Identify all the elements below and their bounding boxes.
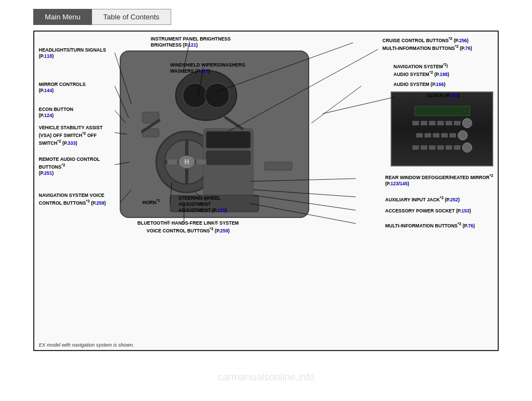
audio-button-row-2 — [416, 130, 468, 140]
svg-rect-13 — [206, 131, 250, 148]
label-cruise-control: CRUISE CONTROL BUTTONS*2 (P.256) MULTI-I… — [382, 36, 493, 52]
audio-btn-5 — [446, 121, 452, 125]
svg-rect-14 — [206, 151, 250, 165]
label-horn: HORN*1 — [142, 198, 176, 206]
top-navigation: Main Menu Table of Contents — [0, 4, 532, 29]
svg-point-10 — [183, 83, 207, 108]
audio-btn-4 — [437, 121, 444, 125]
label-windshield-wipers: WINDSHIELD WIPERS/WASHERS WASHERS (P.117… — [170, 62, 248, 74]
label-clock: CLOCK (P.254) — [427, 93, 493, 99]
audio-button-row-3 — [412, 143, 472, 153]
audio-btn-12 — [412, 145, 419, 150]
watermark-text: carmanualsonline.info — [217, 372, 314, 383]
audio-btn-16 — [446, 145, 452, 150]
audio-system-inset — [391, 92, 493, 166]
svg-line-34 — [323, 97, 395, 114]
svg-rect-21 — [264, 162, 292, 170]
audio-btn-10 — [441, 133, 448, 138]
svg-point-11 — [205, 83, 229, 108]
label-audio-system: AUDIO SYSTEM (P.166) — [393, 82, 493, 88]
audio-btn-8 — [424, 133, 431, 138]
label-auxiliary-input: AUXILIARY INPUT JACK*2 (P.252) — [385, 195, 493, 203]
label-mirror: MIRROR CONTROLS (P.144) — [39, 82, 116, 94]
audio-knob-3 — [462, 143, 472, 153]
watermark-area: carmanualsonline.info — [0, 354, 532, 401]
audio-btn-13 — [421, 145, 427, 150]
audio-btn-15 — [437, 145, 444, 150]
label-remote-audio: REMOTE AUDIO CONTROL BUTTONS*2 (P.251) — [39, 156, 116, 176]
audio-btn-6 — [454, 121, 461, 125]
label-bluetooth: BLUETOOTH® HANDS-FREE LINK® SYSTEM VOICE… — [137, 220, 239, 234]
svg-rect-16 — [196, 159, 206, 165]
audio-btn-1 — [412, 121, 419, 125]
svg-rect-15 — [167, 159, 177, 165]
audio-btn-17 — [454, 145, 461, 150]
label-vsa: VEHICLE STABILITY ASSIST (VSA) OFF SWITC… — [39, 125, 116, 146]
table-of-contents-button[interactable]: Table of Contents — [92, 9, 171, 25]
diagram-container: H — [33, 31, 499, 351]
diagram-note: EX model with navigation system is shown… — [39, 342, 134, 348]
audio-display-screen — [415, 106, 470, 116]
audio-button-row-1 — [412, 118, 472, 128]
label-rear-defogger: REAR WINDOW DEFOGGER/HEATED MIRROR*2 (P.… — [385, 173, 493, 187]
label-nav-voice: NAVIGATION SYSTEM VOICE CONTROL BUTTONS*… — [39, 192, 122, 206]
audio-btn-2 — [421, 121, 427, 125]
audio-knob-1 — [462, 118, 472, 128]
label-navigation-audio: NAVIGATION SYSTEM*2/ AUDIO SYSTEM*2 (P.1… — [393, 62, 493, 78]
audio-btn-9 — [433, 133, 439, 138]
label-econ: ECON BUTTON (P.124) — [39, 106, 116, 119]
label-multi-information-buttons: MULTI-INFORMATION BUTTONS*2 (P.76) — [385, 221, 493, 229]
svg-line-33 — [311, 86, 361, 123]
label-steering-wheel: STEERING WHEEL ADJUSTMENT ADJUSTMENT (P.… — [178, 195, 245, 214]
main-menu-button[interactable]: Main Menu — [33, 9, 92, 25]
audio-btn-7 — [416, 133, 423, 138]
audio-btn-14 — [429, 145, 436, 150]
audio-btn-11 — [449, 133, 456, 138]
audio-knob-2 — [458, 130, 468, 140]
svg-text:H: H — [185, 158, 190, 166]
label-accessory-power: ACCESSORY POWER SOCKET (P.153) — [385, 208, 493, 214]
label-headlights: HEADLIGHTS/TURN SIGNALS (P.118) — [39, 47, 116, 59]
label-instrument-panel: INSTRUMENT PANEL BRIGHTNESS BRIGHTNESS (… — [151, 36, 234, 48]
audio-btn-3 — [429, 121, 436, 125]
